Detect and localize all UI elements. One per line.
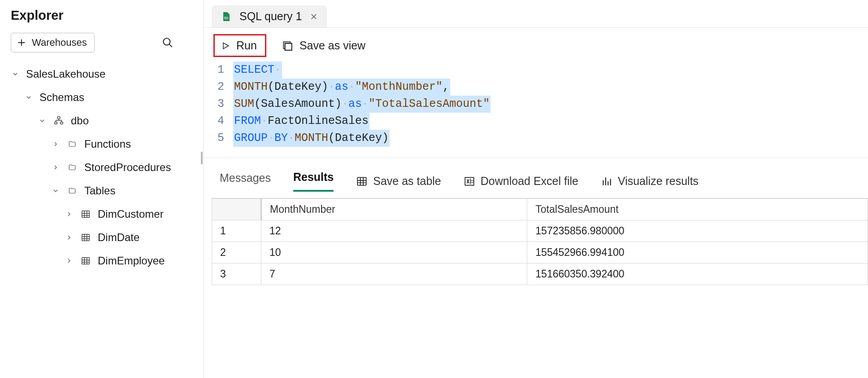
sql-alias: "MonthNumber" [355,80,443,93]
table-row[interactable]: 1 12 157235856.980000 [212,220,868,242]
explorer-title: Explorer [11,8,196,23]
tree-label: Tables [84,185,115,197]
chart-icon [601,176,612,187]
tree-node-storedprocedures[interactable]: StoredProcedures [11,156,196,179]
tree-node-functions[interactable]: Functions [11,132,196,156]
tree-node-tables[interactable]: Tables [11,179,196,202]
table-icon [356,176,368,187]
save-as-table-button[interactable]: Save as table [356,175,441,188]
tree-node-table-dimemployee[interactable]: DimEmployee [11,249,196,273]
table-icon [80,209,91,219]
tree-node-table-dimdate[interactable]: DimDate [11,226,196,249]
sql-func: SUM [234,97,254,110]
line-number: 3 [215,96,233,113]
svg-rect-10 [358,177,367,185]
row-number: 3 [212,264,261,285]
tree-label: Schemas [39,91,84,104]
explorer-sidebar: Explorer Warehouses SalesLakehouse [0,0,204,378]
svg-rect-3 [61,122,63,124]
sql-text: (DateKey) [268,80,328,93]
close-icon[interactable] [310,13,318,21]
chevron-right-icon [65,257,74,264]
folder-icon [66,163,78,171]
sql-text: FactOnlineSales [268,114,369,127]
svg-rect-11 [465,177,474,185]
schema-icon [53,116,65,126]
save-as-view-label: Save as view [299,39,365,52]
tree-label: DimDate [98,231,139,244]
tree-node-dbo[interactable]: dbo [11,109,196,132]
sql-alias: "TotalSalesAmount" [369,97,490,110]
sql-text: (SalesAmount) [254,97,342,110]
tree-label: DimEmployee [98,255,165,267]
tab-label: SQL query 1 [239,10,302,23]
tree-node-schemas[interactable]: Schemas [11,86,196,109]
tree-node-saleslakehouse[interactable]: SalesLakehouse [11,62,196,86]
svg-rect-5 [82,234,90,241]
search-icon[interactable] [162,37,174,48]
tree-node-table-dimcustomer[interactable]: DimCustomer [11,202,196,226]
tree-label: DimCustomer [98,208,164,220]
line-number: 4 [215,113,233,130]
tab-sql-query-1[interactable]: SQL query 1 [212,5,327,27]
save-as-table-label: Save as table [373,175,441,188]
plus-icon [17,38,26,48]
cell: 151660350.392400 [527,264,868,285]
tree-label: Functions [84,138,131,150]
column-header[interactable]: TotalSalesAmount [527,199,868,220]
results-grid[interactable]: MonthNumber TotalSalesAmount 1 12 157235… [212,198,868,285]
results-tab[interactable]: Results [293,171,334,192]
line-number: 5 [215,130,233,147]
folder-icon [66,187,78,195]
visualize-results-button[interactable]: Visualize results [601,175,699,188]
cell: 10 [261,242,527,264]
cell: 12 [261,220,527,242]
table-row[interactable]: 2 10 155452966.994100 [212,242,868,264]
column-header[interactable]: MonthNumber [261,199,527,220]
chevron-down-icon [11,70,20,78]
row-number: 2 [212,242,261,264]
sql-file-icon [221,11,231,22]
tree-label: SalesLakehouse [26,68,105,80]
tree-label: StoredProcedures [84,161,171,174]
results-splitter[interactable] [204,158,868,158]
save-as-view-button[interactable]: Save as view [282,39,365,52]
object-tree: SalesLakehouse Schemas [11,62,196,273]
line-number: 1 [215,62,233,79]
sql-keyword: as [348,97,362,110]
row-number-header [212,199,261,220]
chevron-down-icon [24,94,33,101]
query-toolbar: Run Save as view [204,28,868,62]
row-number: 1 [212,220,261,242]
table-icon [80,256,91,266]
svg-rect-4 [82,211,90,218]
chevron-down-icon [51,187,60,194]
cell: 157235856.980000 [527,220,868,242]
table-header-row: MonthNumber TotalSalesAmount [212,199,868,220]
messages-tab[interactable]: Messages [220,171,271,191]
main-area: SQL query 1 Run Save as view 1 SELECT· [204,0,868,378]
sql-keyword: as [335,80,348,93]
chevron-right-icon [51,141,60,148]
tree-label: dbo [71,114,89,127]
chevron-right-icon [65,234,74,241]
svg-rect-2 [55,122,57,124]
warehouses-button[interactable]: Warehouses [11,33,95,53]
excel-icon [464,176,475,187]
run-button[interactable]: Run [213,34,266,57]
sql-text: (DateKey) [328,132,389,145]
sql-editor[interactable]: 1 SELECT· 2 MONTH(DateKey)·as·"MonthNumb… [204,62,868,151]
sql-keyword: FROM [234,114,261,127]
table-row[interactable]: 3 7 151660350.392400 [212,264,868,285]
results-toolbar: Messages Results Save as table Download … [204,158,868,198]
table-icon [80,233,91,242]
svg-rect-1 [57,117,60,119]
download-excel-button[interactable]: Download Excel file [464,175,578,188]
svg-rect-6 [82,258,90,264]
sql-keyword: SELECT [234,63,274,76]
sql-keyword: BY [274,132,288,145]
cell: 7 [261,264,527,285]
run-label: Run [236,39,257,52]
visualize-results-label: Visualize results [618,175,699,188]
play-icon [221,41,230,51]
